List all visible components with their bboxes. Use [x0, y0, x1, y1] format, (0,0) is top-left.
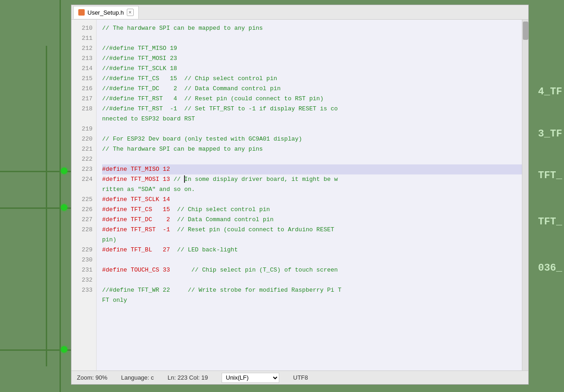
tab-filename: User_Setup.h — [87, 9, 124, 16]
scrollbar-thumb[interactable] — [523, 22, 528, 40]
code-line-222 — [102, 154, 522, 164]
right-label-5: 036_ — [536, 259, 564, 278]
circuit-line — [60, 0, 61, 392]
language-status: Language: c — [121, 374, 154, 381]
code-line-231: #define TOUCH_CS 33 // Chip select pin (… — [102, 265, 522, 275]
code-line-212: //#define TFT_MISO 19 — [102, 44, 522, 54]
code-line-217: //#define TFT_RST 4 // Reset pin (could … — [102, 94, 522, 104]
code-line-211 — [102, 33, 522, 44]
right-label-4: TFT_ — [536, 212, 564, 231]
circuit-dot — [61, 168, 67, 174]
circuit-dot — [61, 346, 67, 353]
code-area[interactable]: // The hardware SPI can be mapped to any… — [97, 20, 522, 370]
code-line-215: //#define TFT_CS 15 // Chip select contr… — [102, 74, 522, 84]
code-line-219 — [102, 124, 522, 134]
code-line-223: #define TFT_MISO 12 — [102, 164, 522, 174]
right-label-3: TFT_ — [536, 166, 564, 185]
right-label-1: 4_TF — [536, 82, 564, 102]
zoom-status: Zoom: 90% — [77, 374, 107, 381]
code-line-214: //#define TFT_SCLK 18 — [102, 64, 522, 74]
editor-content: 210 211 212 213 214 215 216 217 218 219 … — [71, 20, 528, 370]
code-line-224: #define TFT_MOSI 13 // In some display d… — [102, 174, 522, 185]
file-tab[interactable]: User_Setup.h × — [73, 6, 139, 19]
line-ending-status[interactable]: Unix(LF) Windows(CRLF) Mac(CR) — [222, 373, 279, 383]
line-numbers: 210 211 212 213 214 215 216 217 218 219 … — [71, 20, 97, 370]
editor-window: User_Setup.h × 210 211 212 213 214 215 2… — [71, 5, 529, 385]
code-line-229: #define TFT_BL 27 // LED back-light — [102, 245, 522, 255]
code-line-227: #define TFT_DC 2 // Data Command control… — [102, 215, 522, 225]
code-line-226: #define TFT_CS 15 // Chip select control… — [102, 205, 522, 215]
file-icon — [78, 9, 85, 16]
code-line-232 — [102, 275, 522, 285]
code-line-221: // The hardware SPI can be mapped to any… — [102, 144, 522, 154]
code-line-216: //#define TFT_DC 2 // Data Command contr… — [102, 84, 522, 94]
code-line-210: // The hardware SPI can be mapped to any… — [102, 23, 522, 33]
code-line-225: #define TFT_SCLK 14 — [102, 195, 522, 205]
code-line-218: //#define TFT_RST -1 // Set TFT_RST to -… — [102, 104, 522, 114]
vertical-scrollbar[interactable] — [522, 20, 528, 370]
tab-bar: User_Setup.h × — [71, 5, 528, 20]
circuit-line — [46, 46, 47, 366]
code-line-233-cont: FT only — [102, 295, 522, 305]
code-line-213: //#define TFT_MOSI 23 — [102, 54, 522, 64]
encoding-status: UTF8 — [293, 374, 308, 381]
code-line-228: #define TFT_RST -1 // Reset pin (could c… — [102, 225, 522, 235]
cursor-status: Ln: 223 Col: 19 — [168, 374, 208, 381]
code-line-230 — [102, 255, 522, 265]
code-line-220: // For ESP32 Dev board (only tested with… — [102, 134, 522, 144]
code-line-228-cont: pin) — [102, 235, 522, 245]
circuit-dot — [61, 204, 67, 211]
right-label-2: 3_TF — [536, 125, 564, 143]
code-line-224-cont: ritten as "SDA" and so on. — [102, 185, 522, 195]
code-line-218-cont: nnected to ESP32 board RST — [102, 114, 522, 124]
line-ending-select[interactable]: Unix(LF) Windows(CRLF) Mac(CR) — [222, 373, 279, 383]
code-line-233: //#define TFT_WR 22 // Write strobe for … — [102, 285, 522, 295]
status-bar: Zoom: 90% Language: c Ln: 223 Col: 19 Un… — [71, 370, 528, 384]
tab-close-button[interactable]: × — [127, 9, 134, 16]
